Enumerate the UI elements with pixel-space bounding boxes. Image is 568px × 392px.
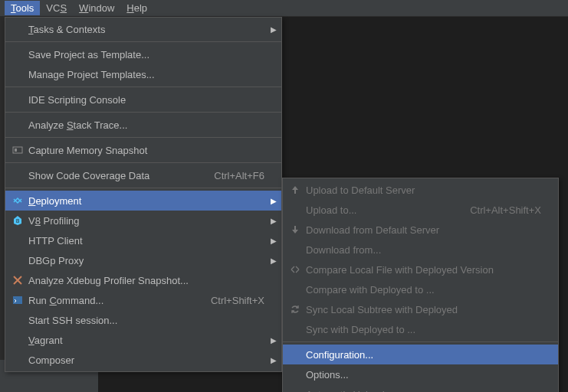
menu-dbgp-proxy[interactable]: DBGp Proxy ▶ <box>5 250 281 270</box>
menu-tasks-contexts[interactable]: Tasks & Contexts ▶ <box>5 19 281 39</box>
download-icon <box>287 224 303 236</box>
chevron-right-icon: ▶ <box>271 237 277 245</box>
tools-menu: Tasks & Contexts ▶ Save Project as Templ… <box>5 17 282 372</box>
menubar: Tools VCS Window Help <box>0 0 568 17</box>
menu-show-coverage[interactable]: Show Code Coverage Data Ctrl+Alt+F6 <box>5 165 281 185</box>
separator <box>283 341 558 342</box>
menu-run-command[interactable]: Run Command... Ctrl+Shift+X <box>5 290 281 310</box>
menu-ide-scripting[interactable]: IDE Scripting Console <box>5 90 281 109</box>
menu-upload-default[interactable]: Upload to Default Server <box>283 180 558 200</box>
svg-rect-3 <box>13 296 22 304</box>
menu-start-ssh[interactable]: Start SSH session... <box>5 310 281 330</box>
memory-snapshot-icon <box>10 144 25 156</box>
menu-http-client[interactable]: HTTP Client ▶ <box>5 230 281 250</box>
separator <box>5 112 281 113</box>
chevron-right-icon: ▶ <box>271 25 277 34</box>
menu-sync-local[interactable]: Sync Local Subtree with Deployed <box>283 299 558 319</box>
menubar-window[interactable]: Window <box>73 1 120 15</box>
blank-icon <box>10 23 25 35</box>
menu-analyze-xdebug[interactable]: Analyze Xdebug Profiler Snapshot... <box>5 270 281 290</box>
separator <box>5 41 281 42</box>
menu-options[interactable]: Options... <box>283 364 558 384</box>
chevron-right-icon: ▶ <box>271 256 277 265</box>
separator <box>5 87 281 87</box>
menu-upload-to[interactable]: Upload to... Ctrl+Alt+Shift+X <box>283 200 558 220</box>
menu-sync-deployed[interactable]: Sync with Deployed to ... <box>283 319 558 339</box>
chevron-right-icon: ▶ <box>271 356 277 364</box>
sync-icon <box>287 303 303 315</box>
menu-manage-templates[interactable]: Manage Project Templates... <box>5 64 281 84</box>
chevron-right-icon: ▶ <box>271 217 277 225</box>
menu-automatic-upload[interactable]: Automatic Upload <box>283 384 558 392</box>
menu-download-from[interactable]: Download from... <box>283 240 558 260</box>
v8-icon: 8 <box>10 214 25 227</box>
chevron-right-icon: ▶ <box>271 336 277 345</box>
menu-vagrant[interactable]: Vagrant ▶ <box>5 330 281 350</box>
menu-configuration[interactable]: Configuration... <box>283 345 558 364</box>
menu-capture-memory[interactable]: Capture Memory Snapshot <box>5 140 281 160</box>
separator <box>5 162 281 163</box>
menubar-tools[interactable]: Tools <box>5 1 40 15</box>
menu-analyze-stack[interactable]: Analyze Stack Trace... <box>5 115 281 135</box>
svg-rect-0 <box>13 147 22 153</box>
separator <box>5 188 281 188</box>
chevron-right-icon: ▶ <box>271 197 277 205</box>
menu-compare-deployed[interactable]: Compare with Deployed to ... <box>283 279 558 299</box>
menubar-vcs[interactable]: VCS <box>40 1 73 15</box>
menu-deployment[interactable]: Deployment ▶ <box>5 191 281 211</box>
menu-save-template[interactable]: Save Project as Template... <box>5 44 281 64</box>
deployment-submenu: Upload to Default Server Upload to... Ct… <box>282 178 559 392</box>
terminal-icon <box>10 294 25 306</box>
menu-compare-local[interactable]: Compare Local File with Deployed Version <box>283 260 558 279</box>
upload-icon <box>287 184 303 196</box>
menu-v8-profiling[interactable]: 8 V8 Profiling ▶ <box>5 211 281 230</box>
deployment-icon <box>10 194 25 207</box>
menu-composer[interactable]: Composer ▶ <box>5 350 281 370</box>
separator <box>5 137 281 138</box>
compare-icon <box>287 263 303 276</box>
svg-rect-1 <box>15 149 17 152</box>
svg-text:8: 8 <box>16 217 20 224</box>
menubar-help[interactable]: Help <box>120 1 153 15</box>
menu-download-default[interactable]: Download from Default Server <box>283 220 558 240</box>
xdebug-icon <box>10 274 25 286</box>
